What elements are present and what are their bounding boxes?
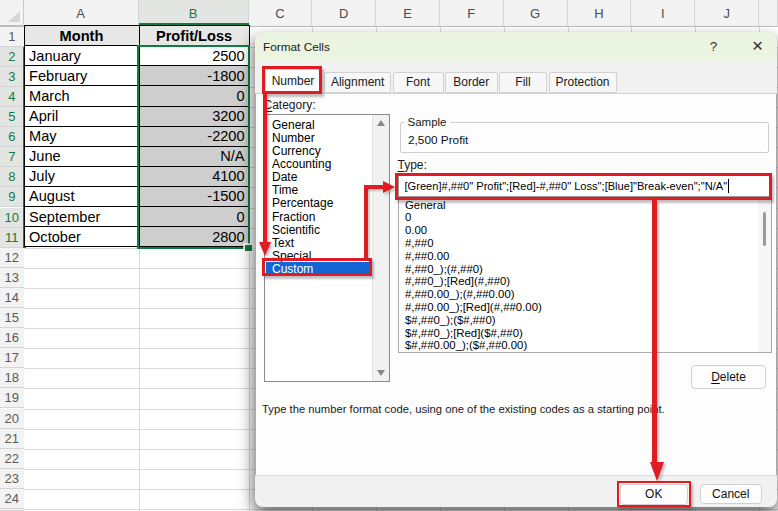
category-item-date[interactable]: Date: [266, 171, 373, 184]
column-header-A[interactable]: A: [24, 0, 139, 26]
category-item-currency[interactable]: Currency: [266, 145, 373, 158]
cell-A3[interactable]: February: [25, 66, 140, 86]
column-header-D[interactable]: D: [312, 0, 376, 26]
format-code-item-11[interactable]: $#,##0.00_);($#,##0.00): [400, 339, 755, 352]
cell-B4[interactable]: 0: [140, 86, 250, 106]
format-code-item-8[interactable]: #,##0.00_);[Red](#,##0.00): [400, 301, 755, 314]
row-header-22[interactable]: 22: [0, 449, 24, 469]
column-header-C[interactable]: C: [249, 0, 313, 26]
row-header-6[interactable]: 6: [0, 127, 24, 147]
format-code-item-9[interactable]: $#,##0_);($#,##0): [400, 314, 755, 327]
category-item-percentage[interactable]: Percentage: [266, 197, 373, 210]
row-header-23[interactable]: 23: [0, 469, 24, 489]
cell-B6[interactable]: -2200: [140, 127, 250, 147]
cell-A6[interactable]: May: [25, 127, 140, 147]
scroll-up-icon[interactable]: [373, 115, 390, 132]
category-scrollbar[interactable]: [372, 115, 389, 382]
format-code-item-6[interactable]: #,##0_);[Red](#,##0): [400, 275, 755, 288]
row-header-5[interactable]: 5: [0, 107, 24, 127]
cell-A7[interactable]: June: [25, 147, 140, 167]
tab-protection[interactable]: Protection: [549, 72, 617, 93]
category-item-fraction[interactable]: Fraction: [266, 210, 373, 223]
format-code-item-1[interactable]: 0: [400, 211, 755, 224]
cell-B5[interactable]: 3200: [140, 107, 250, 127]
row-header-14[interactable]: 14: [0, 288, 24, 308]
tab-fill[interactable]: Fill: [499, 72, 547, 93]
format-code-listbox[interactable]: General00.00#,##0#,##0.00#,##0_);(#,##0)…: [398, 200, 772, 354]
help-button[interactable]: ?: [704, 37, 723, 56]
row-header-24[interactable]: 24: [0, 489, 24, 509]
select-all-corner[interactable]: [0, 0, 24, 26]
row-header-2[interactable]: 2: [0, 47, 24, 67]
cell-B7[interactable]: N/A: [140, 147, 250, 167]
format-code-item-0[interactable]: General: [400, 198, 755, 211]
cell-A2[interactable]: January: [25, 46, 140, 66]
row-header-20[interactable]: 20: [0, 409, 24, 429]
row-header-9[interactable]: 9: [0, 187, 24, 207]
format-code-item-7[interactable]: #,##0.00_);(#,##0.00): [400, 288, 755, 301]
cell-B11[interactable]: 2800: [140, 227, 250, 247]
column-header-F[interactable]: F: [440, 0, 504, 26]
cell-B10[interactable]: 0: [140, 207, 250, 227]
category-item-scientific[interactable]: Scientific: [266, 223, 373, 236]
dialog-titlebar[interactable]: [255, 32, 778, 61]
column-header-J[interactable]: J: [695, 0, 759, 26]
column-header-E[interactable]: E: [376, 0, 440, 26]
row-header-16[interactable]: 16: [0, 328, 24, 348]
row-header-12[interactable]: 12: [0, 248, 24, 268]
format-code-item-3[interactable]: #,##0: [400, 237, 755, 250]
row-header-3[interactable]: 3: [0, 67, 24, 87]
format-code-item-4[interactable]: #,##0.00: [400, 250, 755, 263]
cell-B1[interactable]: Profit/Loss: [140, 26, 250, 46]
cell-A5[interactable]: April: [25, 107, 140, 127]
row-header-15[interactable]: 15: [0, 308, 24, 328]
tab-alignment[interactable]: Alignment: [324, 72, 391, 93]
category-item-accounting[interactable]: Accounting: [266, 158, 373, 171]
scroll-down-icon[interactable]: [373, 364, 390, 381]
category-listbox[interactable]: GeneralNumberCurrencyAccountingDateTimeP…: [264, 114, 390, 383]
code-scrollbar[interactable]: [758, 200, 771, 353]
category-item-time[interactable]: Time: [266, 184, 373, 197]
row-header-10[interactable]: 10: [0, 208, 24, 228]
row-header-4[interactable]: 4: [0, 87, 24, 107]
row-header-19[interactable]: 19: [0, 388, 24, 408]
column-header-K[interactable]: [759, 0, 778, 26]
cell-A10[interactable]: September: [25, 207, 140, 227]
cell-A1[interactable]: Month: [25, 26, 140, 46]
format-code-item-10[interactable]: $#,##0_);[Red]($#,##0): [400, 326, 755, 339]
row-header-8[interactable]: 8: [0, 167, 24, 187]
row-header-21[interactable]: 21: [0, 429, 24, 449]
column-header-B[interactable]: B: [139, 0, 249, 26]
tab-border[interactable]: Border: [445, 72, 498, 93]
row-header-7[interactable]: 7: [0, 147, 24, 167]
cancel-button[interactable]: Cancel: [700, 484, 763, 504]
column-header-I[interactable]: I: [631, 0, 695, 26]
delete-button[interactable]: Delete: [691, 365, 766, 389]
cell-B2[interactable]: 2500: [140, 46, 250, 66]
code-scrollbar-thumb[interactable]: [763, 212, 767, 246]
format-code-item-5[interactable]: #,##0_);(#,##0): [400, 262, 755, 275]
format-code-item-2[interactable]: 0.00: [400, 224, 755, 237]
row-header-13[interactable]: 13: [0, 268, 24, 288]
row-header-18[interactable]: 18: [0, 368, 24, 388]
excel-screen: ABCDEFGHIJ 12345678910111213141516171819…: [0, 0, 778, 511]
cell-A8[interactable]: July: [25, 167, 140, 187]
column-header-H[interactable]: H: [568, 0, 632, 26]
cell-A11[interactable]: October: [25, 227, 140, 247]
cell-A9[interactable]: August: [25, 187, 140, 207]
column-header-G[interactable]: G: [504, 0, 568, 26]
cell-B8[interactable]: 4100: [140, 167, 250, 187]
row-header-1[interactable]: 1: [0, 27, 24, 47]
cell-A4[interactable]: March: [25, 86, 140, 106]
cell-B9[interactable]: -1500: [140, 187, 250, 207]
close-icon[interactable]: ✕: [748, 37, 767, 56]
row-header-17[interactable]: 17: [0, 348, 24, 368]
cell-B3[interactable]: -1800: [140, 66, 250, 86]
tab-font[interactable]: Font: [393, 72, 444, 93]
row-header-11[interactable]: 11: [0, 228, 24, 248]
category-item-number[interactable]: Number: [266, 131, 373, 144]
category-item-general[interactable]: General: [266, 118, 373, 131]
category-item-text[interactable]: Text: [266, 236, 373, 249]
fill-handle[interactable]: [245, 245, 251, 251]
annotation-arrow-line-2-vertical: [364, 186, 369, 258]
